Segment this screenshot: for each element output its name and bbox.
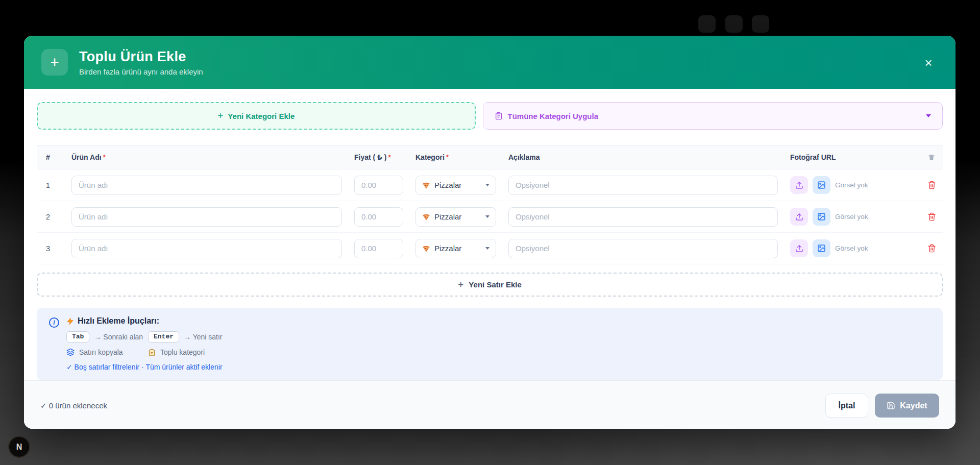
delete-row-button[interactable] — [923, 239, 941, 257]
price-input[interactable] — [354, 176, 403, 195]
upload-icon — [795, 244, 803, 253]
upload-icon — [795, 181, 803, 189]
category-select[interactable]: Pizzalar — [415, 239, 496, 258]
required-marker: * — [446, 153, 449, 161]
background-toolbar-button — [725, 15, 743, 33]
copy-row-label: Satırı kopyala — [79, 348, 123, 356]
photo-cell: Görsel yok — [790, 176, 908, 194]
chevron-down-icon — [485, 184, 489, 186]
lightning-icon — [66, 317, 74, 325]
col-header-name: Ürün Adı* — [71, 153, 342, 161]
product-name-input[interactable] — [71, 207, 342, 227]
row-number: 1 — [37, 181, 59, 189]
category-value: Pizzalar — [434, 181, 461, 189]
upload-photo-button[interactable] — [790, 239, 808, 257]
pizza-icon — [422, 213, 430, 221]
tips-content: Hızlı Ekleme İpuçları: Tab → Sonraki ala… — [66, 316, 223, 371]
background-toolbar-button — [752, 15, 769, 33]
col-header-index: # — [37, 153, 59, 161]
chevron-down-icon — [926, 114, 931, 117]
description-input[interactable] — [508, 176, 778, 195]
apply-category-label: Tümüne Kategori Uygula — [508, 112, 599, 120]
row-number: 3 — [37, 244, 59, 253]
photo-cell: Görsel yok — [790, 208, 908, 226]
required-marker: * — [103, 153, 106, 161]
tips-shortcut-line: Tab → Sonraki alan Enter → Yeni satır — [66, 331, 223, 342]
apply-category-select[interactable]: Tümüne Kategori Uygula — [483, 102, 943, 130]
floating-brand-badge[interactable]: N — [8, 436, 30, 458]
cancel-button[interactable]: İptal — [825, 394, 868, 418]
modal-subtitle: Birden fazla ürünü aynı anda ekleyin — [79, 67, 203, 76]
modal-header: + Toplu Ürün Ekle Birden fazla ürünü ayn… — [24, 36, 955, 89]
copy-row-tip: Satırı kopyala — [66, 348, 148, 356]
price-input[interactable] — [354, 207, 403, 227]
brand-letter: N — [16, 443, 22, 452]
description-input[interactable] — [508, 207, 778, 227]
bulk-category-label: Toplu kategori — [160, 348, 205, 356]
col-header-photo: Fotoğraf URL — [790, 153, 908, 161]
category-select[interactable]: Pizzalar — [415, 207, 496, 227]
table-row: 1 Pizzalar Görsel yok — [37, 169, 943, 201]
photo-status-label: Görsel yok — [835, 181, 868, 189]
tab-key-desc: → Sonraki alan — [94, 333, 143, 341]
table-header-row: # Ürün Adı* Fiyat ( ₺ )* Kategori* Açıkl… — [37, 145, 943, 169]
delete-row-button[interactable] — [923, 176, 941, 194]
bulk-category-tip: Toplu kategori — [148, 348, 205, 356]
row-number: 2 — [37, 212, 59, 221]
plus-icon: + — [217, 110, 223, 121]
tips-feature-line: Satırı kopyala Toplu kategori — [66, 348, 223, 356]
shortcut-tab: Tab → Sonraki alan — [66, 331, 148, 342]
modal-footer: ✓ 0 ürün eklenecek İptal Kaydet — [24, 380, 955, 429]
category-select[interactable]: Pizzalar — [415, 176, 496, 195]
quick-tips-panel: i Hızlı Ekleme İpuçları: Tab → Sonraki a… — [37, 308, 943, 380]
delete-row-button[interactable] — [923, 208, 941, 226]
description-input[interactable] — [508, 239, 778, 258]
image-icon — [817, 181, 826, 189]
category-value: Pizzalar — [434, 212, 461, 221]
chevron-down-icon — [485, 247, 489, 250]
col-header-category: Kategori* — [415, 153, 496, 161]
modal-title: Toplu Ürün Ekle — [79, 49, 203, 65]
add-row-button[interactable]: + Yeni Satır Ekle — [37, 273, 943, 297]
category-action-row: + Yeni Kategori Ekle Tümüne Kategori Uyg… — [37, 102, 943, 130]
save-button[interactable]: Kaydet — [875, 394, 939, 418]
footer-buttons: İptal Kaydet — [825, 394, 939, 418]
chevron-down-icon — [485, 215, 489, 218]
trash-icon — [928, 154, 935, 161]
plus-icon: + — [41, 49, 68, 76]
upload-photo-button[interactable] — [790, 176, 808, 194]
category-value: Pizzalar — [434, 244, 461, 253]
bulk-product-add-modal: + Toplu Ürün Ekle Birden fazla ürünü ayn… — [24, 36, 955, 429]
pizza-icon — [422, 181, 430, 189]
trash-icon — [927, 212, 936, 221]
product-count-status: ✓ 0 ürün eklenecek — [40, 401, 107, 410]
save-label: Kaydet — [900, 401, 927, 410]
clipboard-icon — [495, 112, 503, 120]
image-picker-button[interactable] — [813, 239, 830, 257]
trash-icon — [927, 181, 936, 189]
info-icon: i — [49, 317, 59, 328]
upload-photo-button[interactable] — [790, 208, 808, 226]
product-name-input[interactable] — [71, 176, 342, 195]
save-icon — [887, 401, 895, 410]
col-header-description: Açıklama — [508, 153, 778, 161]
col-header-delete — [920, 154, 943, 161]
col-header-price: Fiyat ( ₺ )* — [354, 153, 403, 161]
photo-cell: Görsel yok — [790, 239, 908, 257]
tips-title: Hızlı Ekleme İpuçları: — [66, 316, 223, 326]
new-category-button[interactable]: + Yeni Kategori Ekle — [37, 102, 476, 130]
plus-icon: + — [458, 279, 463, 290]
pizza-icon — [422, 244, 430, 253]
price-input[interactable] — [354, 239, 403, 258]
background-toolbar-button — [698, 15, 716, 33]
image-picker-button[interactable] — [813, 176, 830, 194]
photo-status-label: Görsel yok — [835, 244, 868, 252]
enter-key-desc: → Yeni satır — [184, 333, 223, 341]
photo-status-label: Görsel yok — [835, 213, 868, 221]
trash-icon — [927, 244, 936, 253]
required-marker: * — [388, 153, 390, 161]
product-name-input[interactable] — [71, 239, 342, 258]
image-picker-button[interactable] — [813, 208, 830, 226]
close-icon: × — [924, 55, 932, 70]
close-button[interactable]: × — [921, 55, 936, 70]
